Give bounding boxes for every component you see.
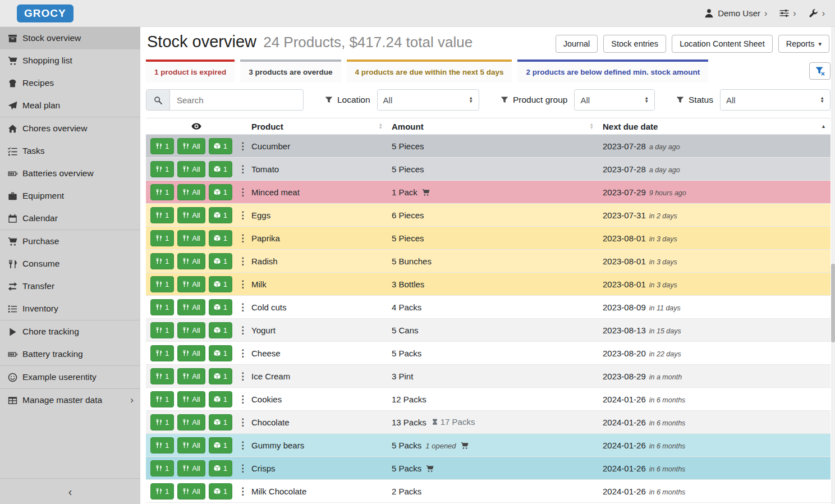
consume-all-button[interactable]: All: [177, 230, 205, 246]
row-menu-button[interactable]: ⋮: [236, 487, 247, 496]
open-one-button[interactable]: 1: [209, 483, 232, 500]
filter-select[interactable]: All ▲▼: [574, 89, 655, 111]
clear-filter-button[interactable]: [809, 62, 831, 80]
consume-all-button[interactable]: All: [177, 460, 205, 476]
consume-all-button[interactable]: All: [177, 483, 205, 500]
sidebar-item-recipes[interactable]: Recipes: [0, 72, 140, 94]
open-one-button[interactable]: 1: [209, 322, 232, 338]
open-one-button[interactable]: 1: [209, 391, 232, 407]
open-one-button[interactable]: 1: [209, 138, 232, 154]
consume-one-button[interactable]: 1: [150, 276, 174, 292]
row-menu-button[interactable]: ⋮: [236, 326, 247, 335]
sidebar-item-tasks[interactable]: Tasks: [0, 140, 140, 162]
sidebar-item-meal-plan[interactable]: Meal plan: [0, 94, 140, 117]
consume-all-button[interactable]: All: [177, 276, 205, 292]
open-one-button[interactable]: 1: [209, 161, 232, 177]
status-card-warning[interactable]: 4 products are due within the next 5 day…: [347, 59, 512, 83]
sidebar-item-shopping-list[interactable]: Shopping list: [0, 49, 140, 72]
journal-button[interactable]: Journal: [556, 35, 598, 53]
amount-column-header[interactable]: Amount ▲▼: [387, 118, 598, 135]
open-one-button[interactable]: 1: [209, 368, 232, 384]
consume-all-button[interactable]: All: [177, 299, 205, 315]
consume-one-button[interactable]: 1: [150, 230, 174, 246]
due-column-header[interactable]: Next due date ▲: [598, 118, 831, 135]
consume-one-button[interactable]: 1: [150, 207, 174, 223]
consume-one-button[interactable]: 1: [150, 345, 174, 361]
consume-one-button[interactable]: 1: [150, 437, 174, 453]
consume-all-button[interactable]: All: [177, 414, 205, 430]
stock-entries-button[interactable]: Stock entries: [603, 35, 666, 53]
consume-one-button[interactable]: 1: [150, 184, 174, 200]
row-menu-button[interactable]: ⋮: [236, 210, 247, 220]
search-input[interactable]: [170, 90, 303, 110]
consume-one-button[interactable]: 1: [150, 460, 174, 476]
consume-all-button[interactable]: All: [177, 138, 205, 154]
consume-all-button[interactable]: All: [177, 345, 205, 361]
consume-all-button[interactable]: All: [177, 207, 205, 223]
scrollbar-thumb[interactable]: [831, 264, 835, 342]
consume-one-button[interactable]: 1: [150, 322, 174, 338]
filter-select[interactable]: All ▲▼: [377, 89, 479, 111]
sidebar-item-transfer[interactable]: Transfer: [0, 275, 140, 297]
row-menu-button[interactable]: ⋮: [236, 187, 247, 197]
filter-select[interactable]: All ▲▼: [720, 89, 831, 111]
sidebar-item-chores-overview[interactable]: Chores overview: [0, 117, 140, 140]
sort-asc-icon[interactable]: ▲: [821, 123, 826, 129]
row-menu-button[interactable]: ⋮: [236, 418, 247, 427]
consume-one-button[interactable]: 1: [150, 414, 174, 430]
row-menu-button[interactable]: ⋮: [236, 395, 247, 404]
row-menu-button[interactable]: ⋮: [236, 441, 247, 450]
product-column-header[interactable]: Product ▲▼: [247, 118, 387, 135]
sidebar-item-example-userentity[interactable]: Example userentity: [0, 366, 140, 388]
open-one-button[interactable]: 1: [209, 276, 232, 292]
sidebar-collapse-button[interactable]: ‹: [0, 478, 140, 504]
scrollbar[interactable]: [831, 27, 835, 504]
row-menu-button[interactable]: ⋮: [236, 464, 247, 473]
consume-one-button[interactable]: 1: [150, 368, 174, 384]
sidebar-item-equipment[interactable]: Equipment: [0, 185, 140, 207]
sort-icons[interactable]: ▲▼: [590, 123, 594, 130]
consume-all-button[interactable]: All: [177, 184, 205, 200]
sidebar-item-consume[interactable]: Consume: [0, 253, 140, 275]
consume-all-button[interactable]: All: [177, 253, 205, 269]
row-menu-button[interactable]: ⋮: [236, 349, 247, 358]
open-one-button[interactable]: 1: [209, 184, 232, 200]
open-one-button[interactable]: 1: [209, 414, 232, 430]
sidebar-item-inventory[interactable]: Inventory: [0, 297, 140, 320]
open-one-button[interactable]: 1: [209, 299, 232, 315]
status-card-secondary[interactable]: 3 products are overdue: [240, 59, 341, 83]
status-card-info[interactable]: 2 products are below defined min. stock …: [517, 59, 708, 83]
consume-all-button[interactable]: All: [177, 368, 205, 384]
sidebar-item-battery-tracking[interactable]: Battery tracking: [0, 343, 140, 365]
sidebar-item-purchase[interactable]: Purchase: [0, 230, 140, 253]
row-menu-button[interactable]: ⋮: [236, 372, 247, 381]
sort-icons[interactable]: ▲▼: [379, 123, 383, 130]
consume-all-button[interactable]: All: [177, 391, 205, 407]
consume-one-button[interactable]: 1: [150, 253, 174, 269]
settings-menu[interactable]: ›: [779, 8, 796, 18]
consume-all-button[interactable]: All: [177, 322, 205, 338]
open-one-button[interactable]: 1: [209, 230, 232, 246]
admin-menu[interactable]: ›: [809, 8, 825, 18]
open-one-button[interactable]: 1: [209, 207, 232, 223]
sidebar-item-calendar[interactable]: Calendar: [0, 207, 140, 230]
consume-all-button[interactable]: All: [177, 437, 205, 453]
grocy-logo[interactable]: GROCY: [17, 4, 74, 22]
row-menu-button[interactable]: ⋮: [236, 164, 247, 174]
consume-one-button[interactable]: 1: [150, 161, 174, 177]
sidebar-item-chore-tracking[interactable]: Chore tracking: [0, 320, 140, 343]
open-one-button[interactable]: 1: [209, 460, 232, 476]
consume-one-button[interactable]: 1: [150, 391, 174, 407]
sidebar-item-manage-master-data[interactable]: Manage master data ›: [0, 389, 140, 411]
consume-one-button[interactable]: 1: [150, 299, 174, 315]
consume-one-button[interactable]: 1: [150, 138, 174, 154]
row-menu-button[interactable]: ⋮: [236, 256, 247, 266]
location-content-sheet-button[interactable]: Location Content Sheet: [672, 35, 773, 53]
user-menu[interactable]: Demo User ›: [704, 8, 767, 18]
row-menu-button[interactable]: ⋮: [236, 303, 247, 312]
open-one-button[interactable]: 1: [209, 437, 232, 453]
row-menu-button[interactable]: ⋮: [236, 280, 247, 289]
row-menu-button[interactable]: ⋮: [236, 233, 247, 243]
open-one-button[interactable]: 1: [209, 345, 232, 361]
sidebar-item-stock-overview[interactable]: Stock overview: [0, 27, 140, 49]
